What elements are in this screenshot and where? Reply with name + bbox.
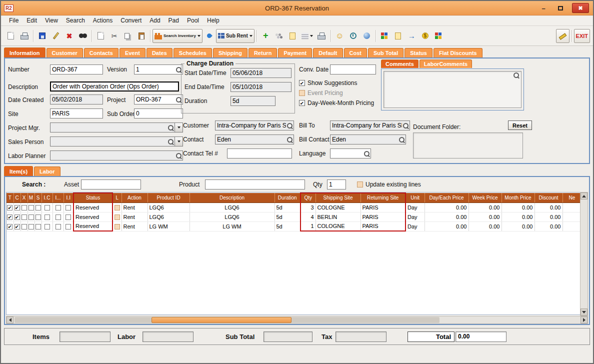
col-l[interactable]: L (112, 193, 122, 202)
cell-action[interactable]: Rent (122, 202, 148, 212)
wand-button[interactable] (556, 29, 570, 43)
project-search-icon[interactable] (176, 96, 182, 103)
col-shipping-site[interactable]: Shipping Site (316, 193, 360, 202)
cut-button[interactable] (108, 29, 121, 43)
description-field[interactable] (50, 82, 179, 92)
cell-c[interactable] (14, 202, 20, 212)
qty-input[interactable] (327, 180, 346, 190)
cell-unit[interactable]: Day (406, 212, 424, 222)
cell-month-price[interactable]: 0.00 (502, 202, 534, 212)
find-button[interactable] (76, 29, 90, 43)
tab-items[interactable]: Item(s) (4, 166, 33, 176)
maximize-button[interactable] (555, 4, 566, 12)
labor-planner-field[interactable] (50, 150, 183, 160)
table-row[interactable]: Reserved Rent LG WM LG WM 5d 1 COLOGNE P… (6, 222, 581, 231)
checkbox-icon[interactable] (66, 214, 71, 220)
new-order-button[interactable] (4, 29, 18, 43)
print-labels-button[interactable] (315, 29, 328, 43)
cell-i3[interactable] (64, 212, 74, 222)
cell-month-price[interactable]: 0.00 (502, 222, 534, 231)
cell-l[interactable] (112, 222, 122, 231)
col-c[interactable]: C (14, 193, 20, 202)
col-duration[interactable]: Duration (274, 193, 300, 202)
tab-schedules[interactable]: Schedules (174, 48, 212, 58)
sales-person-dropdown-button[interactable] (174, 136, 183, 146)
cell-qty[interactable]: 4 (300, 212, 316, 222)
cell-ne[interactable] (562, 202, 581, 212)
menu-item-pad[interactable]: Pad (164, 16, 183, 25)
menu-item-pool[interactable]: Pool (183, 16, 203, 25)
cell-i3[interactable] (64, 222, 74, 231)
checkbox-icon[interactable] (28, 214, 34, 220)
col-product-id[interactable]: Product ID (148, 193, 190, 202)
update-existing-lines-checkbox[interactable]: Update existing lines (357, 181, 421, 188)
checkbox-icon[interactable] (299, 100, 305, 106)
cell-s[interactable] (34, 222, 42, 231)
bill-contact-field[interactable] (330, 134, 406, 144)
transfer-button[interactable] (405, 29, 418, 43)
vertical-scrollbar[interactable] (580, 192, 588, 316)
col-qty[interactable]: Qty (300, 193, 316, 202)
col-discount[interactable]: Discount (534, 193, 562, 202)
product-input[interactable] (205, 180, 305, 190)
labor-planner-search-icon[interactable] (176, 152, 182, 159)
comments-search-icon[interactable] (513, 72, 520, 78)
checkbox-icon[interactable] (7, 224, 12, 230)
tab-default[interactable]: Default (313, 48, 342, 58)
cell-m[interactable] (28, 202, 34, 212)
checkbox-icon[interactable] (299, 90, 305, 96)
version-search-icon[interactable] (176, 66, 182, 73)
menu-item-actions[interactable]: Actions (89, 16, 116, 25)
duration-field[interactable] (230, 96, 276, 106)
horizontal-scrollbar[interactable] (6, 316, 588, 324)
contact-tel-field[interactable] (227, 148, 292, 158)
tab-comments[interactable]: Comments (381, 60, 418, 68)
save-button[interactable] (36, 29, 49, 43)
day-week-month-pricing-checkbox[interactable]: Day-Week-Month Pricing (299, 100, 374, 106)
edit-note-button[interactable] (286, 29, 300, 43)
col-i3[interactable]: I.I (64, 193, 74, 202)
project-mgr-field[interactable] (50, 122, 175, 132)
col-status[interactable]: Status (74, 193, 112, 202)
sub-orders-field[interactable] (134, 108, 183, 118)
cell-description[interactable]: LGQ6 (190, 202, 274, 212)
cell-returning-site[interactable]: PARIS (360, 202, 406, 212)
col-action[interactable]: Action (122, 193, 148, 202)
cell-qty[interactable]: 3 (300, 202, 316, 212)
cell-product-id[interactable]: LG WM (148, 222, 190, 231)
cell-c[interactable] (14, 212, 20, 222)
menu-item-view[interactable]: View (41, 16, 62, 25)
cell-discount[interactable]: 0.00 (534, 212, 562, 222)
col-m[interactable]: M (28, 193, 34, 202)
tab-return[interactable]: Return (248, 48, 277, 58)
date-created-field[interactable] (50, 94, 103, 104)
copy-button[interactable] (121, 29, 134, 43)
cell-status[interactable]: Reserved (74, 212, 112, 222)
cell-qty[interactable]: 1 (300, 222, 316, 231)
disc-button[interactable] (360, 29, 374, 43)
tab-status[interactable]: Status (404, 48, 432, 58)
event-pricing-checkbox[interactable]: Event Pricing (299, 90, 343, 96)
cell-unit[interactable]: Day (406, 202, 424, 212)
cell-c[interactable] (14, 222, 20, 231)
end-date-field[interactable] (230, 82, 292, 92)
pad-button[interactable] (392, 29, 405, 43)
cell-t[interactable] (6, 222, 14, 231)
tab-contacts[interactable]: Contacts (84, 48, 118, 58)
contact-field[interactable] (215, 134, 294, 144)
cell-day-each-price[interactable]: 0.00 (424, 202, 468, 212)
cell-action[interactable]: Rent (122, 212, 148, 222)
checkbox-icon[interactable] (22, 214, 27, 220)
col-month-price[interactable]: Month Price (502, 193, 534, 202)
print-button[interactable] (18, 29, 31, 43)
scrollbar-thumb[interactable] (152, 317, 292, 323)
paste-button[interactable] (134, 29, 148, 43)
checkbox-icon[interactable] (28, 224, 34, 230)
cell-shipping-site[interactable]: COLOGNE (316, 222, 360, 231)
search-inventory-button[interactable]: Search Inventory (152, 29, 202, 43)
menu-item-search[interactable]: Search (62, 16, 89, 25)
cell-shipping-site[interactable]: COLOGNE (316, 202, 360, 212)
sales-person-search-icon[interactable] (168, 138, 174, 145)
contact-search-icon[interactable] (286, 136, 293, 143)
checkbox-icon[interactable] (22, 205, 27, 210)
